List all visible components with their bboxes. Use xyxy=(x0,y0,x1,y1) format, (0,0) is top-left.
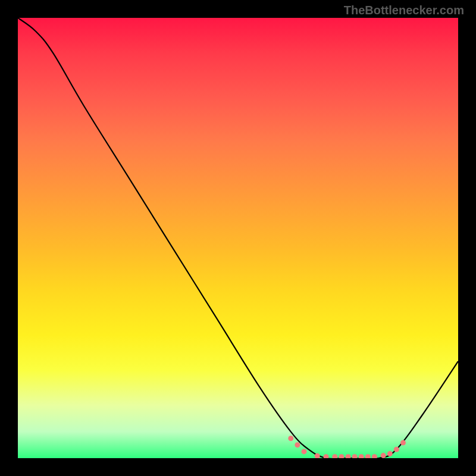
chart-container: TheBottlenecker.com xyxy=(0,0,476,476)
watermark-text: TheBottlenecker.com xyxy=(344,4,464,17)
heatmap-gradient xyxy=(18,18,458,458)
plot-area xyxy=(18,18,458,458)
